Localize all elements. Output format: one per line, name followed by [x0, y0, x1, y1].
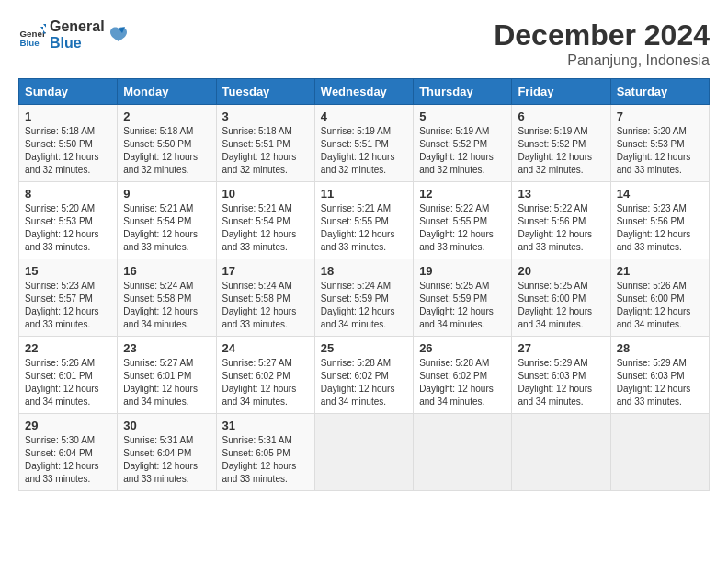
- calendar-cell: 21Sunrise: 5:26 AMSunset: 6:00 PMDayligh…: [610, 259, 709, 337]
- day-info: Sunrise: 5:29 AMSunset: 6:03 PMDaylight:…: [617, 357, 703, 408]
- calendar-cell: 1Sunrise: 5:18 AMSunset: 5:50 PMDaylight…: [19, 105, 118, 182]
- day-info: Sunrise: 5:22 AMSunset: 5:55 PMDaylight:…: [419, 202, 506, 254]
- calendar-cell: 25Sunrise: 5:28 AMSunset: 6:02 PMDayligh…: [314, 337, 413, 414]
- calendar-cell: 27Sunrise: 5:29 AMSunset: 6:03 PMDayligh…: [512, 337, 610, 414]
- day-info: Sunrise: 5:28 AMSunset: 6:02 PMDaylight:…: [419, 357, 506, 408]
- calendar-week-row: 1Sunrise: 5:18 AMSunset: 5:50 PMDaylight…: [19, 105, 710, 182]
- day-number: 8: [25, 187, 111, 201]
- calendar-cell: 31Sunrise: 5:31 AMSunset: 6:05 PMDayligh…: [216, 414, 314, 491]
- day-number: 16: [123, 264, 210, 278]
- day-info: Sunrise: 5:24 AMSunset: 5:58 PMDaylight:…: [222, 280, 309, 331]
- calendar-cell: 7Sunrise: 5:20 AMSunset: 5:53 PMDaylight…: [610, 105, 709, 182]
- day-info: Sunrise: 5:19 AMSunset: 5:52 PMDaylight:…: [419, 125, 506, 177]
- month-title: December 2024: [494, 18, 710, 52]
- day-number: 6: [518, 109, 604, 123]
- calendar-body: 1Sunrise: 5:18 AMSunset: 5:50 PMDaylight…: [19, 105, 710, 491]
- day-number: 30: [123, 419, 210, 432]
- calendar-week-row: 22Sunrise: 5:26 AMSunset: 6:01 PMDayligh…: [19, 337, 710, 414]
- day-number: 27: [518, 341, 604, 355]
- calendar-week-row: 8Sunrise: 5:20 AMSunset: 5:53 PMDaylight…: [19, 182, 710, 259]
- day-info: Sunrise: 5:28 AMSunset: 6:02 PMDaylight:…: [321, 357, 407, 408]
- day-header-friday: Friday: [512, 79, 610, 105]
- header: General Blue General Blue December 2024 …: [18, 18, 710, 69]
- day-info: Sunrise: 5:22 AMSunset: 5:56 PMDaylight:…: [518, 202, 604, 254]
- calendar-cell: 18Sunrise: 5:24 AMSunset: 5:59 PMDayligh…: [314, 259, 413, 337]
- calendar-cell: 2Sunrise: 5:18 AMSunset: 5:50 PMDaylight…: [118, 105, 216, 182]
- day-header-thursday: Thursday: [414, 79, 512, 105]
- day-info: Sunrise: 5:18 AMSunset: 5:50 PMDaylight:…: [25, 125, 111, 177]
- day-number: 11: [321, 187, 407, 201]
- calendar-week-row: 29Sunrise: 5:30 AMSunset: 6:04 PMDayligh…: [19, 414, 710, 491]
- day-info: Sunrise: 5:26 AMSunset: 6:00 PMDaylight:…: [617, 280, 703, 331]
- day-number: 2: [123, 109, 210, 123]
- calendar-cell: [414, 414, 512, 491]
- day-info: Sunrise: 5:20 AMSunset: 5:53 PMDaylight:…: [617, 125, 703, 177]
- day-info: Sunrise: 5:31 AMSunset: 6:04 PMDaylight:…: [123, 434, 210, 486]
- day-number: 9: [123, 187, 210, 201]
- calendar-cell: 26Sunrise: 5:28 AMSunset: 6:02 PMDayligh…: [414, 337, 512, 414]
- calendar-cell: 15Sunrise: 5:23 AMSunset: 5:57 PMDayligh…: [19, 259, 118, 337]
- calendar-cell: [610, 414, 709, 491]
- calendar-cell: 5Sunrise: 5:19 AMSunset: 5:52 PMDaylight…: [414, 105, 512, 182]
- location-subtitle: Pananjung, Indonesia: [494, 52, 710, 69]
- day-number: 13: [518, 187, 604, 201]
- day-header-tuesday: Tuesday: [216, 79, 314, 105]
- calendar-cell: 4Sunrise: 5:19 AMSunset: 5:51 PMDaylight…: [314, 105, 413, 182]
- day-number: 31: [222, 419, 309, 432]
- day-info: Sunrise: 5:24 AMSunset: 5:59 PMDaylight:…: [321, 280, 407, 331]
- calendar-cell: 28Sunrise: 5:29 AMSunset: 6:03 PMDayligh…: [610, 337, 709, 414]
- calendar-cell: 24Sunrise: 5:27 AMSunset: 6:02 PMDayligh…: [216, 337, 314, 414]
- day-info: Sunrise: 5:18 AMSunset: 5:50 PMDaylight:…: [123, 125, 210, 177]
- day-info: Sunrise: 5:26 AMSunset: 6:01 PMDaylight:…: [25, 357, 111, 408]
- day-number: 15: [25, 264, 111, 278]
- day-number: 10: [222, 187, 309, 201]
- calendar-cell: [314, 414, 413, 491]
- day-number: 21: [617, 264, 703, 278]
- day-info: Sunrise: 5:19 AMSunset: 5:51 PMDaylight:…: [321, 125, 407, 177]
- calendar-cell: 9Sunrise: 5:21 AMSunset: 5:54 PMDaylight…: [118, 182, 216, 259]
- calendar-cell: 29Sunrise: 5:30 AMSunset: 6:04 PMDayligh…: [19, 414, 118, 491]
- day-info: Sunrise: 5:24 AMSunset: 5:58 PMDaylight:…: [123, 280, 210, 331]
- calendar-cell: 17Sunrise: 5:24 AMSunset: 5:58 PMDayligh…: [216, 259, 314, 337]
- day-number: 19: [419, 264, 506, 278]
- calendar-cell: 11Sunrise: 5:21 AMSunset: 5:55 PMDayligh…: [314, 182, 413, 259]
- day-info: Sunrise: 5:20 AMSunset: 5:53 PMDaylight:…: [25, 202, 111, 254]
- calendar-cell: 6Sunrise: 5:19 AMSunset: 5:52 PMDaylight…: [512, 105, 610, 182]
- day-info: Sunrise: 5:31 AMSunset: 6:05 PMDaylight:…: [222, 434, 309, 486]
- calendar-cell: 23Sunrise: 5:27 AMSunset: 6:01 PMDayligh…: [118, 337, 216, 414]
- day-number: 14: [617, 187, 703, 201]
- day-number: 29: [25, 419, 111, 432]
- day-info: Sunrise: 5:25 AMSunset: 5:59 PMDaylight:…: [419, 280, 506, 331]
- svg-text:General: General: [20, 28, 47, 38]
- day-header-saturday: Saturday: [610, 79, 709, 105]
- day-number: 5: [419, 109, 506, 123]
- day-number: 22: [25, 341, 111, 355]
- day-info: Sunrise: 5:27 AMSunset: 6:01 PMDaylight:…: [123, 357, 210, 408]
- svg-text:Blue: Blue: [20, 38, 40, 48]
- day-number: 24: [222, 341, 309, 355]
- logo-line2: Blue: [50, 35, 105, 52]
- day-number: 20: [518, 264, 604, 278]
- day-number: 26: [419, 341, 506, 355]
- day-header-monday: Monday: [118, 79, 216, 105]
- calendar-cell: [512, 414, 610, 491]
- calendar-header-row: SundayMondayTuesdayWednesdayThursdayFrid…: [19, 79, 710, 105]
- logo: General Blue General Blue: [18, 18, 129, 51]
- calendar-cell: 12Sunrise: 5:22 AMSunset: 5:55 PMDayligh…: [414, 182, 512, 259]
- day-header-wednesday: Wednesday: [314, 79, 413, 105]
- day-info: Sunrise: 5:27 AMSunset: 6:02 PMDaylight:…: [222, 357, 309, 408]
- day-info: Sunrise: 5:18 AMSunset: 5:51 PMDaylight:…: [222, 125, 309, 177]
- logo-bird-icon: [108, 25, 129, 45]
- day-number: 17: [222, 264, 309, 278]
- calendar-cell: 13Sunrise: 5:22 AMSunset: 5:56 PMDayligh…: [512, 182, 610, 259]
- calendar-cell: 16Sunrise: 5:24 AMSunset: 5:58 PMDayligh…: [118, 259, 216, 337]
- day-info: Sunrise: 5:29 AMSunset: 6:03 PMDaylight:…: [518, 357, 604, 408]
- day-info: Sunrise: 5:23 AMSunset: 5:57 PMDaylight:…: [25, 280, 111, 331]
- calendar-cell: 20Sunrise: 5:25 AMSunset: 6:00 PMDayligh…: [512, 259, 610, 337]
- day-number: 1: [25, 109, 111, 123]
- day-info: Sunrise: 5:21 AMSunset: 5:55 PMDaylight:…: [321, 202, 407, 254]
- day-info: Sunrise: 5:25 AMSunset: 6:00 PMDaylight:…: [518, 280, 604, 331]
- day-info: Sunrise: 5:30 AMSunset: 6:04 PMDaylight:…: [25, 434, 111, 486]
- calendar-cell: 30Sunrise: 5:31 AMSunset: 6:04 PMDayligh…: [118, 414, 216, 491]
- day-number: 12: [419, 187, 506, 201]
